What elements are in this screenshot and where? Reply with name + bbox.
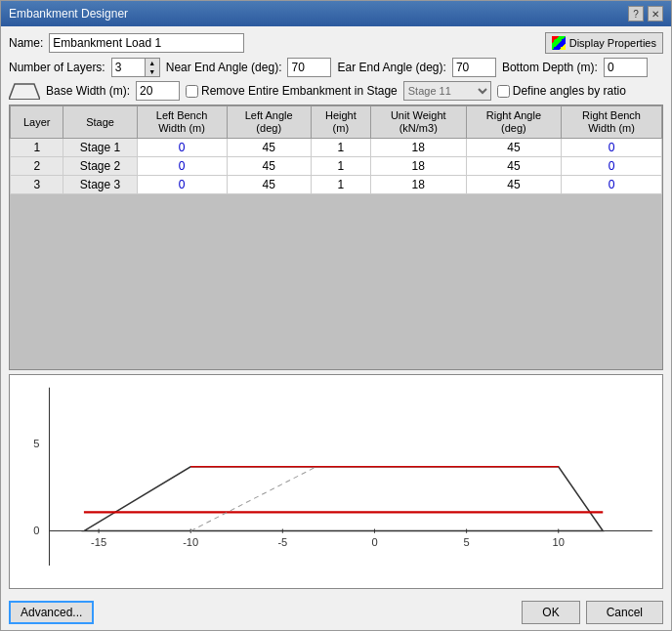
table-cell[interactable]: 45 [466, 139, 561, 157]
define-angles-checkbox-label[interactable]: Define angles by ratio [497, 84, 626, 98]
table-cell[interactable]: 0 [137, 139, 227, 157]
svg-text:0: 0 [371, 536, 377, 548]
svg-text:10: 10 [553, 536, 565, 548]
svg-marker-18 [84, 467, 603, 531]
layers-table-container: Layer Stage Left BenchWidth (m) Left Ang… [9, 105, 663, 370]
layers-spinner-buttons: ▲ ▼ [146, 58, 160, 77]
svg-text:5: 5 [464, 536, 470, 548]
table-cell[interactable]: 2 [11, 157, 63, 176]
col-height: Height(m) [311, 106, 370, 139]
svg-text:-10: -10 [183, 536, 198, 548]
window-title: Embankment Designer [9, 7, 128, 21]
embankment-icon [9, 82, 40, 100]
table-cell[interactable]: 18 [370, 176, 466, 194]
remove-entire-label: Remove Entire Embankment in Stage [201, 84, 398, 98]
layers-up-button[interactable]: ▲ [146, 59, 159, 67]
table-header-row: Layer Stage Left BenchWidth (m) Left Ang… [11, 106, 662, 139]
define-angles-label: Define angles by ratio [513, 84, 626, 98]
table-cell[interactable]: 0 [137, 157, 227, 176]
far-end-input[interactable] [452, 58, 496, 77]
col-unit-weight: Unit Weight(kN/m3) [370, 106, 466, 139]
title-bar: Embankment Designer ? ✕ [1, 1, 671, 26]
svg-marker-0 [9, 84, 40, 100]
col-right-bench: Right BenchWidth (m) [562, 106, 662, 139]
title-bar-controls: ? ✕ [628, 6, 663, 21]
parameters-row: Number of Layers: ▲ ▼ Near End Angle (de… [9, 58, 663, 77]
col-layer: Layer [11, 106, 63, 139]
col-right-angle: Right Angle(deg) [466, 106, 561, 139]
close-button[interactable]: ✕ [648, 6, 663, 21]
name-input[interactable] [49, 33, 244, 53]
base-width-input[interactable] [136, 81, 180, 101]
ok-button[interactable]: OK [522, 601, 579, 624]
layers-table: Layer Stage Left BenchWidth (m) Left Ang… [10, 105, 662, 194]
svg-text:-5: -5 [277, 536, 287, 548]
table-cell[interactable]: 0 [562, 157, 662, 176]
table-cell[interactable]: Stage 3 [63, 176, 137, 194]
name-row: Name: Display Properties [9, 32, 663, 54]
table-cell[interactable]: 0 [137, 176, 227, 194]
table-cell[interactable]: Stage 2 [63, 157, 137, 176]
table-cell[interactable]: 3 [11, 176, 63, 194]
table-cell[interactable]: 45 [466, 157, 561, 176]
bottom-bar: Advanced... OK Cancel [1, 595, 671, 630]
layers-input[interactable] [111, 58, 146, 77]
table-cell[interactable]: 1 [11, 139, 63, 157]
name-label: Name: [9, 36, 43, 50]
svg-text:0: 0 [33, 525, 39, 536]
remove-entire-checkbox[interactable] [186, 85, 198, 98]
table-cell[interactable]: 1 [311, 139, 370, 157]
table-cell[interactable]: 1 [311, 157, 370, 176]
table-row[interactable]: 2Stage 2045118450 [11, 157, 662, 176]
embankment-designer-window: Embankment Designer ? ✕ Name: Display Pr… [0, 0, 672, 631]
base-width-label: Base Width (m): [46, 84, 130, 98]
svg-text:-15: -15 [91, 536, 106, 548]
remove-entire-checkbox-label[interactable]: Remove Entire Embankment in Stage [186, 84, 398, 98]
table-cell[interactable]: 18 [370, 139, 466, 157]
col-left-bench: Left BenchWidth (m) [137, 106, 227, 139]
define-angles-checkbox[interactable] [497, 85, 510, 98]
table-cell[interactable]: 0 [562, 176, 662, 194]
layers-down-button[interactable]: ▼ [146, 67, 159, 76]
table-cell[interactable]: 18 [370, 157, 466, 176]
table-cell[interactable]: 45 [466, 176, 561, 194]
col-stage: Stage [63, 106, 137, 139]
table-cell[interactable]: 0 [562, 139, 662, 157]
table-cell[interactable]: 1 [311, 176, 370, 194]
col-left-angle: Left Angle(deg) [227, 106, 311, 139]
stage-dropdown[interactable]: Stage 11 [403, 81, 491, 101]
advanced-button[interactable]: Advanced... [9, 601, 94, 624]
chart-svg: 5 0 -15 -10 -5 0 5 10 [10, 375, 662, 588]
layers-label: Number of Layers: [9, 61, 105, 74]
svg-text:5: 5 [33, 438, 39, 449]
table-cell[interactable]: 45 [227, 157, 311, 176]
main-content: Name: Display Properties Number of Layer… [1, 26, 671, 595]
layers-spinner: ▲ ▼ [111, 58, 160, 77]
ok-cancel-group: OK Cancel [522, 601, 663, 624]
display-properties-button[interactable]: Display Properties [545, 32, 663, 54]
near-end-label: Near End Angle (deg): [166, 61, 282, 74]
color-icon [552, 36, 566, 50]
table-cell[interactable]: 45 [227, 176, 311, 194]
chart-area: 5 0 -15 -10 -5 0 5 10 [9, 374, 663, 589]
far-end-label: Ear End Angle (deg): [337, 61, 445, 74]
table-row[interactable]: 1Stage 1045118450 [11, 139, 662, 157]
near-end-input[interactable] [287, 58, 331, 77]
display-properties-label: Display Properties [569, 37, 656, 49]
bottom-depth-input[interactable] [604, 58, 648, 77]
cancel-button[interactable]: Cancel [586, 601, 663, 624]
svg-line-21 [190, 467, 316, 531]
table-cell[interactable]: Stage 1 [63, 139, 137, 157]
base-width-row: Base Width (m): Remove Entire Embankment… [9, 81, 663, 101]
table-row[interactable]: 3Stage 3045118450 [11, 176, 662, 194]
table-cell[interactable]: 45 [227, 139, 311, 157]
bottom-depth-label: Bottom Depth (m): [502, 61, 598, 74]
help-button[interactable]: ? [628, 6, 644, 21]
